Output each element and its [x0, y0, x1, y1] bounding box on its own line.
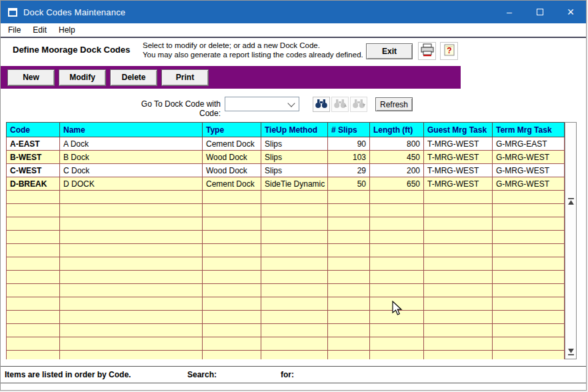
- table-cell: [370, 351, 424, 360]
- modify-button[interactable]: Modify: [59, 69, 106, 86]
- table-cell: [7, 311, 60, 324]
- table-cell: [203, 284, 261, 297]
- menu-help[interactable]: Help: [53, 23, 81, 37]
- table-cell: [203, 244, 261, 257]
- table-cell: Wood Dock: [203, 164, 261, 177]
- table-cell: [261, 284, 328, 297]
- table-cell: [203, 297, 261, 311]
- table-cell: [7, 351, 60, 360]
- table-cell: G-MRG-WEST: [493, 151, 565, 164]
- column-header: # Slips: [328, 123, 370, 137]
- table-cell: [424, 351, 493, 360]
- table-row[interactable]: A-EASTA DockCement DockSlips90800T-MRG-W…: [7, 137, 565, 151]
- column-header: Term Mrg Task: [493, 123, 565, 137]
- table-cell: [7, 217, 60, 231]
- empty-table-row: [7, 271, 565, 284]
- table-cell: D-BREAK: [7, 177, 60, 191]
- table-cell: [7, 257, 60, 271]
- table-cell: D DOCK: [60, 177, 203, 191]
- binoculars-up-icon: [333, 99, 347, 111]
- table-cell: [203, 271, 261, 284]
- table-cell: [328, 311, 370, 324]
- table-cell: [261, 257, 328, 271]
- table-cell: [424, 324, 493, 337]
- table-cell: [328, 191, 370, 204]
- chevron-down-icon[interactable]: [287, 99, 295, 107]
- table-cell: [60, 217, 203, 231]
- refresh-button[interactable]: Refresh: [375, 97, 413, 111]
- table-cell: [328, 204, 370, 217]
- table-cell: [60, 311, 203, 324]
- printer-icon: [420, 43, 435, 59]
- table-cell: SideTie Dynamic: [261, 177, 328, 191]
- vertical-scrollbar[interactable]: [565, 122, 577, 359]
- table-cell: [424, 311, 493, 324]
- table-cell: [424, 297, 493, 311]
- table-header-row: CodeNameTypeTieUp Method# SlipsLength (f…: [7, 123, 565, 137]
- table-cell: [493, 324, 565, 337]
- exit-button[interactable]: Exit: [366, 43, 413, 59]
- table-cell: [493, 257, 565, 271]
- table-cell: [261, 244, 328, 257]
- menu-bar: File Edit Help: [1, 23, 586, 38]
- for-label: for:: [281, 370, 294, 379]
- table-cell: [493, 231, 565, 244]
- scroll-up-button[interactable]: [566, 197, 576, 207]
- table-cell: [60, 297, 203, 311]
- table-cell: [370, 244, 424, 257]
- find-previous-button[interactable]: [331, 97, 349, 112]
- print-report-button[interactable]: [418, 42, 436, 60]
- table-cell: Slips: [261, 137, 328, 151]
- table-cell: [424, 204, 493, 217]
- menu-edit[interactable]: Edit: [27, 23, 53, 37]
- table-cell: [328, 257, 370, 271]
- table-cell: [7, 191, 60, 204]
- empty-table-row: [7, 337, 565, 351]
- find-next-button[interactable]: [350, 97, 367, 112]
- close-button[interactable]: ×: [555, 1, 586, 23]
- title-bar[interactable]: Dock Codes Maintenance – ×: [1, 1, 586, 23]
- table-cell: C Dock: [60, 164, 203, 177]
- table-cell: [203, 324, 261, 337]
- help-button[interactable]: ?: [440, 42, 458, 60]
- empty-table-row: [7, 297, 565, 311]
- empty-table-row: [7, 191, 565, 204]
- table-cell: [493, 311, 565, 324]
- table-row[interactable]: C-WESTC DockWood DockSlips29200T-MRG-WES…: [7, 164, 565, 177]
- table-cell: [493, 297, 565, 311]
- table-cell: [328, 217, 370, 231]
- instruction-text: Select to modify or delete; or add a new…: [143, 41, 363, 59]
- scroll-down-button[interactable]: [566, 347, 576, 357]
- minimize-button[interactable]: –: [494, 1, 525, 23]
- print-button[interactable]: Print: [161, 69, 209, 86]
- table-cell: Slips: [261, 151, 328, 164]
- empty-table-row: [7, 351, 565, 360]
- table-cell: [328, 351, 370, 360]
- instruction-line-1: Select to modify or delete; or add a new…: [143, 41, 363, 50]
- table-cell: [203, 257, 261, 271]
- table-cell: [493, 204, 565, 217]
- dock-code-combobox[interactable]: [225, 97, 299, 111]
- table-cell: G-MRG-EAST: [493, 137, 565, 151]
- table-cell: B-WEST: [7, 151, 60, 164]
- table-cell: [328, 297, 370, 311]
- table-cell: [60, 271, 203, 284]
- table-row[interactable]: B-WESTB DockWood DockSlips103450T-MRG-WE…: [7, 151, 565, 164]
- find-button[interactable]: [313, 97, 330, 112]
- table-cell: [7, 337, 60, 351]
- column-header: TieUp Method: [261, 123, 328, 137]
- delete-button[interactable]: Delete: [110, 69, 157, 86]
- new-button[interactable]: New: [7, 69, 55, 86]
- empty-table-row: [7, 244, 565, 257]
- table-cell: [370, 231, 424, 244]
- menu-file[interactable]: File: [2, 23, 27, 37]
- table-cell: [424, 257, 493, 271]
- table-row[interactable]: D-BREAKD DOCKCement DockSideTie Dynamic5…: [7, 177, 565, 191]
- dock-code-input[interactable]: [225, 97, 289, 111]
- maximize-button[interactable]: [525, 1, 555, 23]
- table-cell: [328, 244, 370, 257]
- table-cell: [328, 324, 370, 337]
- table-cell: A Dock: [60, 137, 203, 151]
- table-cell: T-MRG-WEST: [424, 164, 493, 177]
- table-cell: [261, 337, 328, 351]
